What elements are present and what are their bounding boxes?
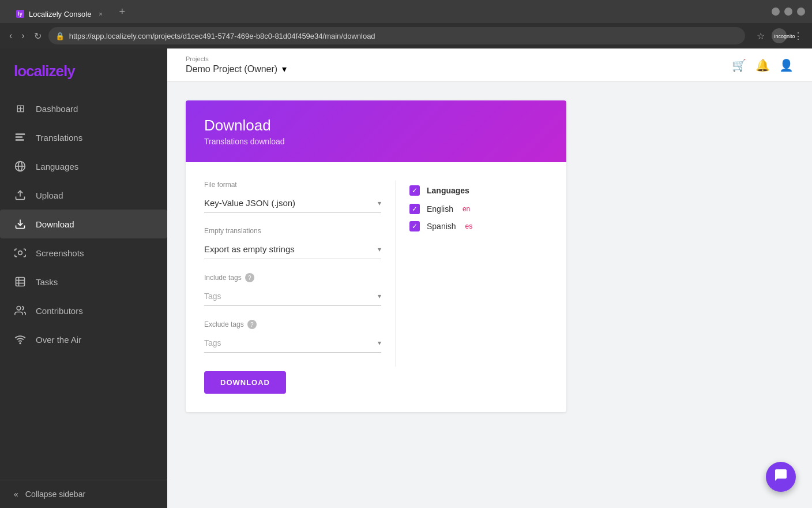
empty-translations-label: Empty translations	[204, 227, 381, 235]
include-tags-group: Include tags ? Tags ▾	[204, 273, 381, 306]
upload-icon	[14, 189, 27, 201]
over-the-air-icon	[14, 333, 27, 346]
include-tags-input[interactable]: Tags ▾	[204, 287, 381, 306]
checkbox-check-icon: ✓	[412, 205, 418, 213]
tab-title: Localizely Console	[29, 10, 91, 18]
notifications-button[interactable]: 🔔	[755, 58, 770, 72]
sidebar-bottom: « Collapse sidebar	[0, 480, 167, 508]
window-controls	[772, 8, 805, 16]
checkbox-check-icon: ✓	[412, 222, 418, 230]
cart-button[interactable]: 🛒	[732, 58, 746, 72]
collapse-icon: «	[14, 490, 18, 499]
sidebar-item-upload[interactable]: Upload	[0, 181, 167, 210]
logo-suffix: ly	[63, 62, 75, 80]
address-bar: ‹ › ↻ 🔒 https://app.localizely.com/proje…	[0, 23, 812, 48]
languages-section: ✓ Languages ✓ English en	[409, 181, 548, 367]
sidebar-item-dashboard[interactable]: ⊞ Dashboard	[0, 94, 167, 123]
sidebar-item-label: Upload	[36, 190, 63, 200]
languages-all-checkbox[interactable]: ✓	[409, 185, 420, 196]
sidebar-nav: ⊞ Dashboard Translations Languages Uplo	[0, 94, 167, 480]
download-icon	[14, 218, 27, 230]
empty-translations-arrow-icon: ▾	[378, 245, 381, 253]
chat-bubble[interactable]	[766, 462, 796, 492]
sidebar-item-translations[interactable]: Translations	[0, 123, 167, 152]
page-content: Download Translations download File form…	[167, 82, 812, 431]
maximize-button[interactable]	[784, 8, 792, 16]
exclude-tags-placeholder: Tags	[204, 338, 221, 348]
languages-label: Languages	[427, 186, 469, 195]
include-tags-placeholder: Tags	[204, 292, 221, 301]
spanish-code: es	[465, 222, 473, 230]
empty-translations-group: Empty translations Export as empty strin…	[204, 227, 381, 259]
logo-text: localizely	[14, 62, 153, 80]
close-button[interactable]	[797, 8, 805, 16]
empty-translations-select[interactable]: Export as empty strings ▾	[204, 240, 381, 259]
logo-prefix: localize	[14, 62, 63, 80]
sidebar-item-label: Contributors	[36, 306, 83, 316]
file-format-select[interactable]: Key-Value JSON (.json) ▾	[204, 193, 381, 213]
menu-icon[interactable]: ⋮	[791, 28, 805, 44]
sidebar-item-download[interactable]: Download	[0, 210, 167, 238]
sidebar-item-over-the-air[interactable]: Over the Air	[0, 325, 167, 354]
exclude-tags-group: Exclude tags ? Tags ▾	[204, 320, 381, 353]
tab-close-btn[interactable]: ×	[96, 9, 105, 18]
collapse-sidebar-button[interactable]: « Collapse sidebar	[14, 490, 153, 499]
sidebar-item-label: Screenshots	[36, 248, 84, 258]
sidebar-item-contributors[interactable]: Contributors	[0, 296, 167, 325]
tab-favicon: ly	[16, 10, 24, 18]
sidebar-item-tasks[interactable]: Tasks	[0, 267, 167, 296]
bookmark-icon[interactable]: ☆	[754, 28, 767, 44]
browser-chrome: ly Localizely Console × +	[0, 0, 812, 23]
back-button[interactable]: ‹	[7, 28, 14, 43]
lock-icon: 🔒	[55, 32, 65, 40]
tab-bar: ly Localizely Console × +	[7, 0, 130, 23]
screenshots-icon	[14, 246, 27, 259]
sidebar-item-label: Translations	[36, 133, 82, 143]
include-tags-help-icon[interactable]: ?	[245, 273, 254, 282]
projects-label: Projects	[186, 55, 287, 62]
languages-list: ✓ Languages ✓ English en	[409, 185, 548, 231]
chat-icon	[774, 468, 788, 485]
svg-rect-2	[16, 139, 24, 141]
sidebar-item-screenshots[interactable]: Screenshots	[0, 238, 167, 267]
project-selector: Projects Demo Project (Owner) ▾	[186, 55, 287, 74]
exclude-tags-help-icon[interactable]: ?	[247, 320, 257, 329]
project-name: Demo Project (Owner)	[186, 64, 277, 74]
svg-rect-1	[16, 136, 23, 138]
language-item-spanish: ✓ Spanish es	[409, 221, 548, 231]
english-checkbox[interactable]: ✓	[409, 204, 420, 214]
toolbar-icons: ☆ Incognito ⋮	[754, 28, 805, 44]
include-tags-arrow-icon: ▾	[378, 292, 381, 300]
project-dropdown[interactable]: Demo Project (Owner) ▾	[186, 64, 287, 74]
active-tab[interactable]: ly Localizely Console ×	[7, 5, 114, 23]
exclude-tags-input[interactable]: Tags ▾	[204, 334, 381, 353]
contributors-icon	[14, 304, 27, 317]
card-title: Download	[204, 117, 548, 135]
sidebar-item-label: Dashboard	[36, 104, 78, 114]
download-card: Download Translations download File form…	[186, 100, 566, 412]
sidebar-item-label: Download	[36, 219, 74, 229]
svg-rect-9	[16, 278, 25, 286]
collapse-label: Collapse sidebar	[25, 490, 85, 499]
empty-translations-value: Export as empty strings	[204, 244, 295, 254]
account-button[interactable]: 👤	[779, 58, 794, 72]
spanish-name: Spanish	[427, 222, 456, 231]
new-tab-button[interactable]: +	[114, 0, 130, 23]
card-header: Download Translations download	[186, 100, 566, 162]
tasks-icon	[14, 275, 27, 288]
file-format-label: File format	[204, 181, 381, 189]
translations-icon	[14, 131, 27, 144]
dashboard-icon: ⊞	[14, 102, 27, 115]
file-format-arrow-icon: ▾	[378, 199, 381, 207]
sidebar-item-languages[interactable]: Languages	[0, 152, 167, 181]
minimize-button[interactable]	[772, 8, 780, 16]
url-box[interactable]: 🔒 https://app.localizely.com/projects/d1…	[48, 27, 745, 44]
profile-icon[interactable]: Incognito	[772, 28, 787, 43]
reload-button[interactable]: ↻	[32, 28, 44, 44]
forward-button[interactable]: ›	[19, 28, 27, 43]
file-format-group: File format Key-Value JSON (.json) ▾	[204, 181, 381, 213]
logo: localizely	[0, 58, 167, 94]
spanish-checkbox[interactable]: ✓	[409, 221, 420, 231]
download-button[interactable]: DOWNLOAD	[204, 371, 286, 394]
content-area: Projects Demo Project (Owner) ▾ 🛒 🔔 👤 Do…	[167, 48, 812, 508]
